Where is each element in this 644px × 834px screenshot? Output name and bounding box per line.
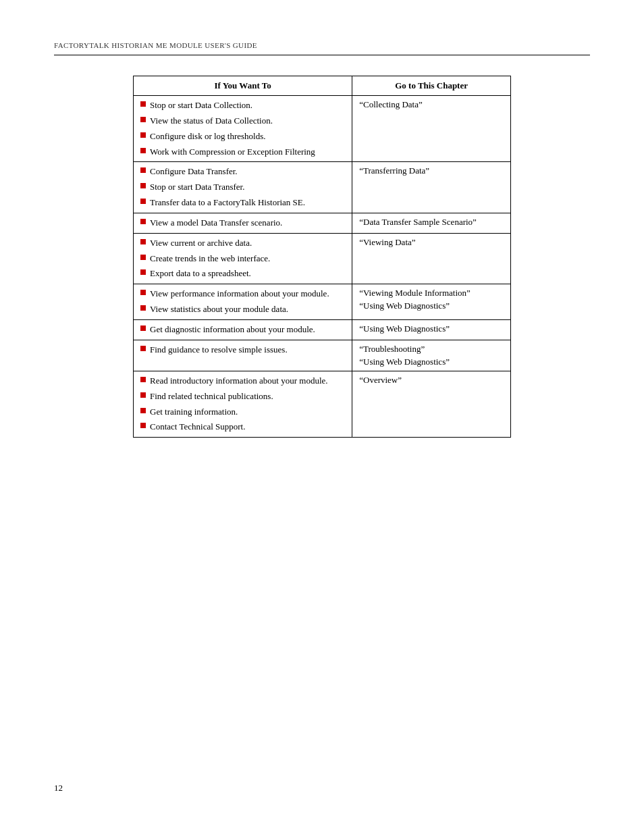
bullet-item: Read introductory information about your… xyxy=(140,375,345,388)
bullet-text: Read introductory information about your… xyxy=(150,375,345,388)
bullet-text: Create trends in the web interface. xyxy=(150,253,345,265)
bullet-item: View a model Data Transfer scenario. xyxy=(140,217,345,230)
bullet-item: Work with Compression or Exception Filte… xyxy=(140,146,345,159)
bullet-text: Stop or start Data Collection. xyxy=(150,99,345,112)
bullet-item: Stop or start Data Collection. xyxy=(140,99,345,112)
bullet-item: Find guidance to resolve simple issues. xyxy=(140,344,345,357)
bullet-icon xyxy=(140,101,146,107)
bullet-text: Contact Technical Support. xyxy=(150,421,345,434)
bullet-text: Stop or start Data Transfer. xyxy=(150,181,345,194)
col2-header: Go to This Chapter xyxy=(352,76,511,96)
right-cell: “Viewing Module Information”“Using Web D… xyxy=(352,284,511,320)
chapter-reference: “Using Web Diagnostics” xyxy=(359,357,504,367)
bullet-text: Transfer data to a FactoryTalk Historian… xyxy=(150,197,345,209)
bullet-text: View statistics about your module data. xyxy=(150,303,345,316)
bullet-text: Find guidance to resolve simple issues. xyxy=(150,344,345,357)
bullet-item: Configure Data Transfer. xyxy=(140,165,345,178)
table-row: Find guidance to resolve simple issues.“… xyxy=(134,340,511,371)
bullet-text: Find related technical publications. xyxy=(150,390,345,403)
bullet-text: Configure disk or log thresholds. xyxy=(150,130,345,143)
page-header: FactoryTalk Historian ME Module User's G… xyxy=(54,41,590,55)
bullet-icon xyxy=(140,423,146,428)
bullet-text: View current or archive data. xyxy=(150,237,345,250)
right-cell: “Using Web Diagnostics” xyxy=(352,319,511,340)
bullet-item: View current or archive data. xyxy=(140,237,345,250)
bullet-text: View performance information about your … xyxy=(150,288,345,301)
navigation-table: If You Want To Go to This Chapter Stop o… xyxy=(133,76,511,438)
page-number: 12 xyxy=(54,783,63,793)
right-cell: “Viewing Data” xyxy=(352,233,511,284)
bullet-icon xyxy=(140,117,146,122)
bullet-icon xyxy=(140,255,146,260)
bullet-icon xyxy=(140,392,146,398)
bullet-item: View performance information about your … xyxy=(140,288,345,301)
chapter-reference: “Troubleshooting” xyxy=(359,344,504,355)
bullet-icon xyxy=(140,148,146,153)
header-title: FactoryTalk Historian ME Module User's G… xyxy=(54,41,257,51)
bullet-icon xyxy=(140,167,146,173)
bullet-text: Work with Compression or Exception Filte… xyxy=(150,146,345,159)
right-cell: “Overview” xyxy=(352,371,511,437)
bullet-item: Create trends in the web interface. xyxy=(140,253,345,265)
bullet-icon xyxy=(140,325,146,331)
table-row: Read introductory information about your… xyxy=(134,371,511,437)
bullet-item: View the status of Data Collection. xyxy=(140,115,345,128)
chapter-reference: “Data Transfer Sample Scenario” xyxy=(359,217,504,228)
bullet-item: Stop or start Data Transfer. xyxy=(140,181,345,194)
bullet-icon xyxy=(140,199,146,204)
left-cell: Get diagnostic information about your mo… xyxy=(134,319,352,340)
right-cell: “Data Transfer Sample Scenario” xyxy=(352,213,511,233)
col1-header: If You Want To xyxy=(134,76,352,96)
table-row: View a model Data Transfer scenario.“Dat… xyxy=(134,213,511,233)
left-cell: Find guidance to resolve simple issues. xyxy=(134,340,352,371)
bullet-text: View the status of Data Collection. xyxy=(150,115,345,128)
bullet-icon xyxy=(140,408,146,413)
bullet-text: Configure Data Transfer. xyxy=(150,165,345,178)
table-row: Configure Data Transfer.Stop or start Da… xyxy=(134,162,511,213)
bullet-icon xyxy=(140,132,146,138)
table-row: Get diagnostic information about your mo… xyxy=(134,319,511,340)
main-content: If You Want To Go to This Chapter Stop o… xyxy=(54,76,590,438)
bullet-icon xyxy=(140,219,146,224)
chapter-reference: “Using Web Diagnostics” xyxy=(359,301,504,311)
bullet-icon xyxy=(140,346,146,351)
left-cell: Configure Data Transfer.Stop or start Da… xyxy=(134,162,352,213)
chapter-reference: “Viewing Data” xyxy=(359,237,504,248)
bullet-item: Get diagnostic information about your mo… xyxy=(140,323,345,336)
left-cell: Read introductory information about your… xyxy=(134,371,352,437)
chapter-reference: “Viewing Module Information” xyxy=(359,288,504,298)
bullet-icon xyxy=(140,377,146,382)
right-cell: “Troubleshooting”“Using Web Diagnostics” xyxy=(352,340,511,371)
left-cell: View performance information about your … xyxy=(134,284,352,320)
table-row: View current or archive data.Create tren… xyxy=(134,233,511,284)
chapter-reference: “Using Web Diagnostics” xyxy=(359,323,504,334)
bullet-item: View statistics about your module data. xyxy=(140,303,345,316)
page-container: FactoryTalk Historian ME Module User's G… xyxy=(0,0,644,834)
bullet-text: Export data to a spreadsheet. xyxy=(150,267,345,280)
bullet-icon xyxy=(140,269,146,275)
bullet-icon xyxy=(140,305,146,311)
bullet-item: Contact Technical Support. xyxy=(140,421,345,434)
left-cell: View a model Data Transfer scenario. xyxy=(134,213,352,233)
left-cell: View current or archive data.Create tren… xyxy=(134,233,352,284)
right-cell: “Transferring Data” xyxy=(352,162,511,213)
bullet-item: Configure disk or log thresholds. xyxy=(140,130,345,143)
chapter-reference: “Collecting Data” xyxy=(359,99,504,110)
table-row: Stop or start Data Collection.View the s… xyxy=(134,96,511,162)
table-row: View performance information about your … xyxy=(134,284,511,320)
left-cell: Stop or start Data Collection.View the s… xyxy=(134,96,352,162)
chapter-reference: “Overview” xyxy=(359,375,504,386)
bullet-icon xyxy=(140,183,146,188)
bullet-item: Export data to a spreadsheet. xyxy=(140,267,345,280)
bullet-text: Get diagnostic information about your mo… xyxy=(150,323,345,336)
bullet-icon xyxy=(140,290,146,295)
bullet-text: View a model Data Transfer scenario. xyxy=(150,217,345,230)
bullet-icon xyxy=(140,239,146,244)
chapter-reference: “Transferring Data” xyxy=(359,165,504,176)
bullet-item: Get training information. xyxy=(140,406,345,419)
bullet-item: Transfer data to a FactoryTalk Historian… xyxy=(140,197,345,209)
bullet-text: Get training information. xyxy=(150,406,345,419)
right-cell: “Collecting Data” xyxy=(352,96,511,162)
bullet-item: Find related technical publications. xyxy=(140,390,345,403)
